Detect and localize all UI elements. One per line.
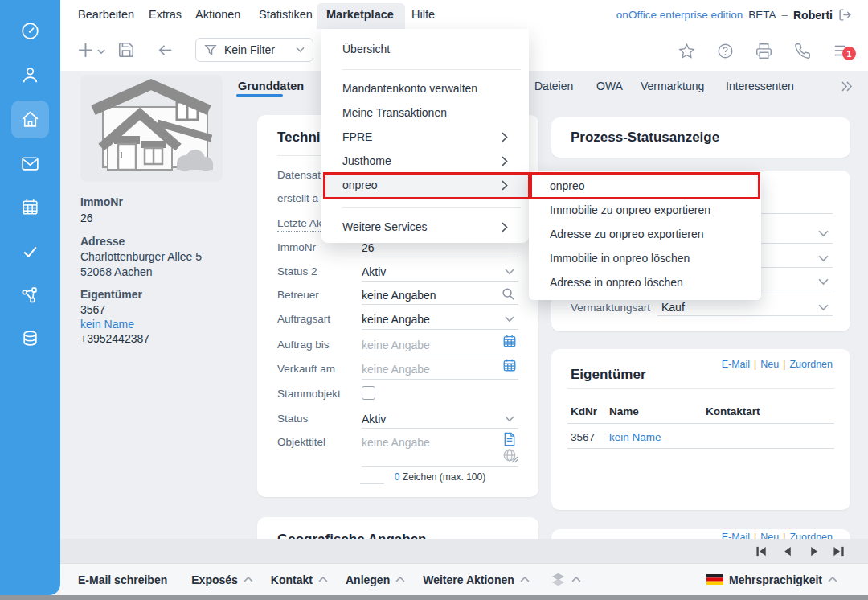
sidebar-item-email[interactable] — [20, 154, 40, 174]
process-status-card: Prozess-Statusanzeige — [551, 117, 850, 158]
char-counter-text: Zeichen (max. 100) — [399, 471, 485, 483]
footer-language-label: Mehrsprachigkeit — [729, 573, 822, 586]
summary-owner-name-link[interactable]: kein Name — [80, 318, 134, 331]
sidebar-item-properties[interactable] — [20, 109, 40, 129]
chevron-down-icon[interactable] — [505, 269, 514, 275]
field-label-vermarktungsart: Vermarktungsart — [571, 302, 650, 314]
submenu-item-immobilie-loeschen[interactable]: Immobilie in onpreo löschen — [529, 246, 761, 270]
logout-icon[interactable] — [838, 8, 852, 22]
favorite-star-icon[interactable] — [678, 43, 695, 60]
stammobjekt-checkbox[interactable] — [362, 386, 375, 400]
phone-icon[interactable] — [794, 43, 811, 60]
sidebar-item-data[interactable] — [20, 329, 40, 349]
add-record-button[interactable] — [77, 42, 94, 59]
tabs-overflow-button[interactable] — [841, 81, 854, 92]
footer-email-button[interactable]: E-Mail schreiben — [78, 573, 167, 586]
filter-dropdown[interactable]: Kein Filter — [195, 38, 313, 62]
menu-item-fpre[interactable]: FPRE — [321, 125, 529, 149]
chevron-down-icon[interactable] — [505, 416, 514, 422]
menu-marketplace[interactable]: Marketplace — [326, 8, 394, 21]
menu-aktionen[interactable]: Aktionen — [195, 8, 240, 21]
chevron-up-icon — [318, 577, 328, 582]
footer-action-label: E-Mail schreiben — [78, 573, 167, 586]
resize-handle[interactable] — [511, 456, 518, 463]
menu-hilfe[interactable]: Hilfe — [411, 8, 435, 21]
menu-extras[interactable]: Extras — [149, 8, 182, 21]
calendar-picker-icon[interactable] — [502, 358, 517, 372]
menu-item-onpreo[interactable]: onpreo — [321, 173, 529, 197]
tab-vermarktung[interactable]: Vermarktung — [641, 80, 704, 92]
summary-owner-label: Eigentümer — [80, 288, 142, 301]
field-value-status[interactable]: Aktiv — [362, 413, 386, 425]
objekttitel-textarea[interactable]: keine Angabe — [362, 436, 430, 449]
help-icon[interactable] — [717, 43, 734, 60]
field-placeholder-verkauft-am[interactable]: keine Angabe — [362, 363, 430, 376]
tab-grunddaten[interactable]: Grunddaten — [238, 80, 304, 92]
plus-icon — [77, 42, 94, 59]
funnel-icon — [204, 43, 217, 56]
notifications-button[interactable]: 1 — [833, 42, 850, 60]
menu-item-label: Adresse zu onpreo exportieren — [550, 228, 703, 240]
footer-exposes-button[interactable]: Exposés — [191, 573, 253, 586]
submenu-item-immobilie-exportieren[interactable]: Immobilie zu onpreo exportieren — [529, 198, 761, 222]
menu-item-transaktionen[interactable]: Meine Transaktionen — [321, 101, 529, 125]
sidebar-item-tasks[interactable] — [20, 241, 40, 261]
field-label-betreuer: Betreuer — [277, 289, 319, 301]
owner-card: E-Mail | Neu | Zuordnen Eigentümer KdNr … — [551, 349, 850, 510]
sidebar-item-network[interactable] — [20, 286, 40, 306]
owner-email-link[interactable]: E-Mail — [722, 359, 750, 370]
sidebar-item-dashboard[interactable] — [20, 21, 40, 41]
save-button[interactable] — [117, 41, 135, 59]
footer-anlegen-button[interactable]: Anlegen — [346, 573, 405, 586]
summary-owner-number: 3567 — [80, 303, 105, 316]
calendar-picker-icon[interactable] — [502, 334, 517, 348]
text-module-icon[interactable] — [503, 432, 516, 446]
tab-interessenten[interactable]: Interessenten — [726, 80, 794, 92]
menu-item-uebersicht[interactable]: Übersicht — [321, 37, 529, 61]
next-page-button[interactable] — [809, 545, 820, 557]
owner-new-link[interactable]: Neu — [760, 359, 779, 370]
chevron-up-icon — [244, 577, 253, 582]
footer-layers-button[interactable] — [551, 573, 581, 586]
field-placeholder-auftrag-bis[interactable]: keine Angabe — [362, 339, 430, 351]
search-icon[interactable] — [502, 287, 515, 301]
first-page-button[interactable] — [755, 545, 768, 557]
back-button[interactable] — [156, 41, 174, 60]
person-icon — [20, 65, 40, 85]
menu-item-mandantenkonto[interactable]: Mandantenkonto verwalten — [321, 76, 529, 101]
footer-language-button[interactable]: Mehrsprachigkeit — [706, 573, 837, 586]
menu-item-justhome[interactable]: Justhome — [321, 149, 529, 173]
sidebar-item-calendar[interactable] — [20, 197, 40, 217]
owner-row-name-link[interactable]: kein Name — [609, 431, 661, 443]
previous-page-button[interactable] — [782, 545, 793, 557]
tab-dateien[interactable]: Dateien — [534, 80, 573, 92]
chevron-down-icon[interactable] — [818, 304, 829, 311]
add-record-chevron[interactable] — [97, 49, 105, 55]
submenu-item-adresse-loeschen[interactable]: Adresse in onpreo löschen — [529, 270, 761, 294]
chevron-down-icon[interactable] — [818, 230, 829, 237]
chevron-down-icon[interactable] — [818, 278, 829, 286]
owner-assign-link[interactable]: Zuordnen — [789, 359, 833, 370]
field-value-vermarktungsart[interactable]: Kauf — [661, 301, 685, 314]
footer-kontakt-button[interactable]: Kontakt — [271, 573, 328, 586]
field-value-status2[interactable]: Aktiv — [362, 265, 386, 278]
chevron-down-icon[interactable] — [818, 255, 829, 262]
field-label-auftragsart: Auftragsart — [277, 313, 330, 325]
submenu-item-onpreo[interactable]: onpreo — [529, 174, 761, 198]
chevron-down-icon[interactable] — [505, 316, 514, 323]
menu-item-label: onpreo — [550, 179, 585, 192]
menu-item-weitere-services[interactable]: Weitere Services — [321, 215, 529, 239]
double-chevron-right-icon — [841, 81, 854, 92]
sidebar-item-contacts[interactable] — [20, 65, 40, 85]
submenu-item-adresse-exportieren[interactable]: Adresse zu onpreo exportieren — [529, 222, 761, 246]
footer-weitere-aktionen-button[interactable]: Weitere Aktionen — [423, 573, 530, 586]
menu-statistiken[interactable]: Statistiken — [259, 8, 313, 21]
field-value-immonr[interactable]: 26 — [362, 241, 375, 254]
pagination-strip — [60, 539, 868, 563]
last-page-button[interactable] — [833, 545, 845, 557]
field-value-auftragsart[interactable]: keine Angabe — [362, 313, 430, 326]
print-icon[interactable] — [755, 43, 772, 60]
tab-owa[interactable]: OWA — [596, 80, 623, 92]
menu-bearbeiten[interactable]: Bearbeiten — [78, 8, 134, 21]
field-value-betreuer[interactable]: keine Angaben — [362, 289, 436, 302]
